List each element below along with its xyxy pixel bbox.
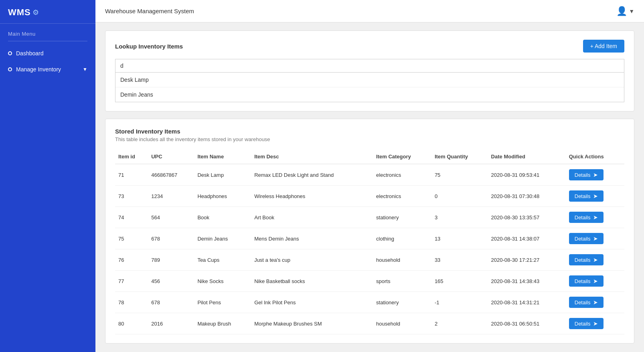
share-icon: ➤ bbox=[593, 299, 598, 305]
cell-3: Morphe Makeup Brushes SM bbox=[251, 313, 373, 334]
cell-actions: Details ➤ bbox=[566, 207, 624, 228]
table-header: Item id UPC Item Name Item Desc Item Cat… bbox=[115, 150, 624, 164]
cell-0: 77 bbox=[115, 271, 148, 292]
share-icon: ➤ bbox=[593, 278, 598, 284]
cell-4: clothing bbox=[373, 228, 431, 249]
cell-0: 76 bbox=[115, 249, 148, 271]
table-row: 74564BookArt Bookstationery32020-08-30 1… bbox=[115, 207, 624, 228]
lookup-header: Lookup Inventory Items + Add Item bbox=[115, 40, 624, 53]
cell-6: 2020-08-31 14:38:07 bbox=[488, 228, 566, 249]
table-card: Stored Inventory Items This table includ… bbox=[105, 119, 634, 344]
cell-6: 2020-08-31 14:31:21 bbox=[488, 292, 566, 313]
add-item-button[interactable]: + Add Item bbox=[583, 40, 624, 53]
cell-1: 2016 bbox=[148, 313, 194, 334]
table-section-title: Stored Inventory Items bbox=[115, 128, 624, 135]
cell-actions: Details ➤ bbox=[566, 228, 624, 249]
details-button-5[interactable]: Details ➤ bbox=[569, 275, 603, 287]
cell-4: household bbox=[373, 249, 431, 271]
cell-0: 78 bbox=[115, 292, 148, 313]
sidebar-main-menu-label: Main Menu bbox=[0, 24, 95, 41]
table-row: 76789Tea CupsJust a tea's cuphousehold33… bbox=[115, 249, 624, 271]
cell-actions: Details ➤ bbox=[566, 249, 624, 271]
cell-3: Wireless Headphones bbox=[251, 186, 373, 207]
sidebar-item-dashboard[interactable]: Dashboard bbox=[0, 45, 95, 61]
col-item-name: Item Name bbox=[194, 150, 251, 164]
cell-4: electronics bbox=[373, 164, 431, 186]
table-row: 731234HeadphonesWireless Headphoneselect… bbox=[115, 186, 624, 207]
sidebar-item-manage-inventory[interactable]: Manage Inventory ▼ bbox=[0, 61, 95, 77]
cell-2: Headphones bbox=[194, 186, 251, 207]
lookup-title: Lookup Inventory Items bbox=[115, 43, 183, 50]
cell-1: 789 bbox=[148, 249, 194, 271]
cell-5: -1 bbox=[431, 292, 488, 313]
cell-6: 2020-08-30 17:21:27 bbox=[488, 249, 566, 271]
cell-3: Nike Basketball socks bbox=[251, 271, 373, 292]
cell-6: 2020-08-30 13:35:57 bbox=[488, 207, 566, 228]
cell-4: stationery bbox=[373, 292, 431, 313]
cell-2: Desk Lamp bbox=[194, 164, 251, 186]
dashboard-dot-icon bbox=[8, 51, 12, 55]
cell-1: 564 bbox=[148, 207, 194, 228]
cell-6: 2020-08-31 09:53:41 bbox=[488, 164, 566, 186]
cell-5: 2 bbox=[431, 313, 488, 334]
cell-6: 2020-08-31 14:38:43 bbox=[488, 271, 566, 292]
cell-actions: Details ➤ bbox=[566, 292, 624, 313]
details-button-7[interactable]: Details ➤ bbox=[569, 318, 603, 329]
cell-5: 13 bbox=[431, 228, 488, 249]
table-row: 75678Demin JeansMens Demin Jeansclothing… bbox=[115, 228, 624, 249]
cell-3: Remax LED Desk Light and Stand bbox=[251, 164, 373, 186]
col-item-category: Item Category bbox=[373, 150, 431, 164]
details-button-3[interactable]: Details ➤ bbox=[569, 233, 603, 244]
details-button-4[interactable]: Details ➤ bbox=[569, 254, 603, 265]
cell-2: Pilot Pens bbox=[194, 292, 251, 313]
search-input[interactable] bbox=[115, 59, 624, 72]
cell-4: electronics bbox=[373, 186, 431, 207]
cell-4: sports bbox=[373, 271, 431, 292]
cell-0: 80 bbox=[115, 313, 148, 334]
cell-actions: Details ➤ bbox=[566, 164, 624, 186]
share-icon: ➤ bbox=[593, 214, 598, 221]
share-icon: ➤ bbox=[593, 193, 598, 199]
cell-3: Art Book bbox=[251, 207, 373, 228]
cell-1: 466867867 bbox=[148, 164, 194, 186]
sidebar-logo: WMS ⚙ bbox=[0, 0, 95, 24]
cell-2: Demin Jeans bbox=[194, 228, 251, 249]
table-row: 78678Pilot PensGel Ink Pilot Pensstation… bbox=[115, 292, 624, 313]
cell-3: Mens Demin Jeans bbox=[251, 228, 373, 249]
topbar-title: Warehouse Management System bbox=[105, 8, 194, 14]
cell-3: Gel Ink Pilot Pens bbox=[251, 292, 373, 313]
table-subtitle: This table includes all the inventory it… bbox=[115, 136, 624, 142]
col-quick-actions: Quick Actions bbox=[566, 150, 624, 164]
col-date-modified: Date Modified bbox=[488, 150, 566, 164]
details-button-0[interactable]: Details ➤ bbox=[569, 169, 603, 180]
cell-0: 71 bbox=[115, 164, 148, 186]
details-button-2[interactable]: Details ➤ bbox=[569, 212, 603, 223]
content-area: Lookup Inventory Items + Add Item Desk L… bbox=[95, 22, 644, 352]
cell-2: Tea Cups bbox=[194, 249, 251, 271]
share-icon: ➤ bbox=[593, 320, 598, 327]
logo-text: WMS bbox=[8, 7, 31, 18]
cell-5: 75 bbox=[431, 164, 488, 186]
cell-1: 456 bbox=[148, 271, 194, 292]
details-button-6[interactable]: Details ➤ bbox=[569, 297, 603, 308]
details-button-1[interactable]: Details ➤ bbox=[569, 190, 603, 202]
cell-6: 2020-08-31 06:50:51 bbox=[488, 313, 566, 334]
topbar: Warehouse Management System 👤 ▼ bbox=[95, 0, 644, 22]
table-row: 77456Nike SocksNike Basketball socksspor… bbox=[115, 271, 624, 292]
cell-3: Just a tea's cup bbox=[251, 249, 373, 271]
col-item-id: Item id bbox=[115, 150, 148, 164]
cell-4: stationery bbox=[373, 207, 431, 228]
user-menu[interactable]: 👤 ▼ bbox=[616, 6, 634, 16]
cell-1: 1234 bbox=[148, 186, 194, 207]
cell-0: 73 bbox=[115, 186, 148, 207]
cell-0: 74 bbox=[115, 207, 148, 228]
share-icon: ➤ bbox=[593, 172, 598, 178]
table-row: 802016Makeup BrushMorphe Makeup Brushes … bbox=[115, 313, 624, 334]
sidebar-divider bbox=[8, 41, 87, 41]
lookup-dropdown-item-0[interactable]: Desk Lamp bbox=[115, 73, 624, 87]
lookup-dropdown-item-1[interactable]: Demin Jeans bbox=[115, 87, 624, 102]
cell-6: 2020-08-31 07:30:48 bbox=[488, 186, 566, 207]
lookup-card: Lookup Inventory Items + Add Item Desk L… bbox=[105, 30, 634, 111]
col-item-desc: Item Desc bbox=[251, 150, 373, 164]
user-chevron-icon: ▼ bbox=[629, 8, 634, 14]
